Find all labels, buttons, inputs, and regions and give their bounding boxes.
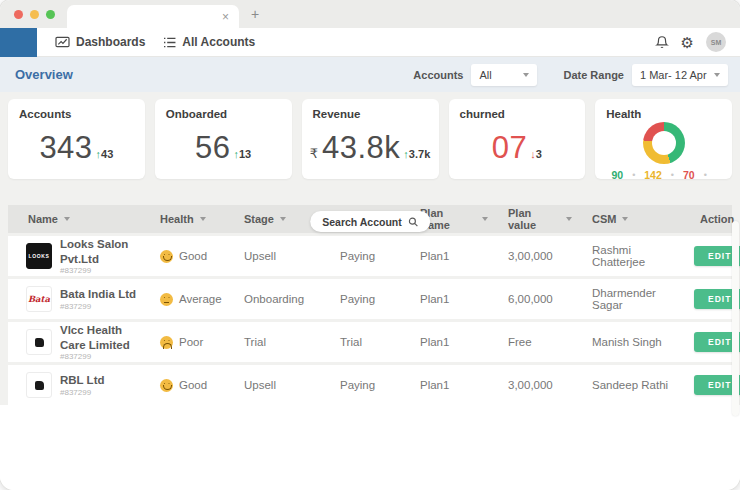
stat-card-value: 56 ↑13 (166, 130, 281, 166)
health-face-icon (160, 336, 173, 349)
chevron-down-icon (714, 73, 720, 77)
tab-close-icon[interactable]: × (222, 11, 229, 23)
stat-card: churned 07 ↓3 (449, 99, 586, 179)
column-header-label: Name (28, 213, 58, 225)
nav-item-all-accounts[interactable]: All Accounts (163, 35, 255, 49)
scrollbar-thumb[interactable] (732, 221, 739, 416)
column-header[interactable]: CSM (572, 213, 680, 225)
stat-value: 43.8k (322, 130, 400, 166)
browser-chrome: × + (0, 0, 740, 28)
health-face-icon (160, 250, 173, 263)
search-account-button[interactable]: Search Account (310, 211, 430, 232)
settings-gear-icon[interactable]: ⚙ (681, 35, 694, 50)
cell-plan-name: Plan1 (400, 250, 488, 262)
cell-csm: Sandeep Rathi (572, 379, 680, 391)
column-header[interactable]: Health (140, 213, 224, 225)
health-card-body: 90 142 70 (606, 122, 721, 181)
maximize-window-button[interactable] (46, 10, 55, 19)
column-header[interactable]: Stage (224, 213, 320, 225)
column-header[interactable]: Name (8, 213, 140, 225)
accounts-filter-select[interactable]: All (471, 64, 537, 86)
browser-window: × + Dashboards All Accounts (0, 0, 740, 490)
chevron-down-icon (523, 73, 529, 77)
stat-card-label: churned (460, 108, 575, 120)
new-tab-button[interactable]: + (251, 6, 259, 22)
top-nav: Dashboards All Accounts ⚙ SM (0, 28, 740, 57)
accounts-filter-value: All (479, 69, 491, 81)
list-icon (163, 37, 176, 48)
cell-name: RBL Ltd #837299 (8, 372, 140, 398)
company-name-block: Vlcc Health Care Limited #837299 (60, 323, 140, 361)
brand-logo[interactable] (0, 28, 37, 57)
cell-plan-value: 3,00,000 (488, 250, 572, 262)
delta-value: 3 (536, 148, 542, 160)
filter-caret-icon[interactable] (200, 217, 206, 221)
date-range-label: Date Range (563, 69, 624, 81)
cell-plan-name: Plan1 (400, 336, 488, 348)
browser-tab[interactable]: × (67, 5, 239, 28)
stat-card-value: 07 ↓3 (460, 130, 575, 166)
stat-card-value: 343 ↑43 (19, 130, 134, 166)
company-id: #837299 (60, 266, 140, 275)
health-label: Good (179, 379, 207, 391)
page-title: Overview (15, 67, 73, 82)
minimize-window-button[interactable] (30, 10, 39, 19)
date-range-select[interactable]: 1 Mar- 12 Apr (632, 64, 728, 86)
user-avatar[interactable]: SM (706, 32, 726, 52)
health-card: Health 90 142 70 (595, 99, 732, 179)
company-name: RBL Ltd (60, 373, 105, 387)
legend-value: 142 (644, 169, 662, 181)
cell-stage: Upsell (224, 379, 320, 391)
cell-status: Paying (320, 293, 400, 305)
cell-status: Paying (320, 250, 400, 262)
legend-item: 142 (644, 169, 683, 181)
filter-caret-icon[interactable] (280, 217, 286, 221)
cell-plan-name: Plan1 (400, 293, 488, 305)
table-row: Bata Bata India Ltd #837299 Average Onbo… (8, 279, 732, 319)
table-row: RBL Ltd #837299 Good Upsell Paying Plan1… (8, 365, 732, 405)
delta-value: 3.7k (409, 148, 430, 160)
company-name-block: Looks Salon Pvt.Ltd #837299 (60, 237, 140, 275)
table-row: LOOKS Looks Salon Pvt.Ltd #837299 Good U… (8, 236, 732, 276)
notifications-bell-icon[interactable] (655, 35, 669, 49)
company-logo (26, 372, 52, 398)
delta-value: 13 (239, 148, 251, 160)
cell-action: EDIT (680, 375, 740, 395)
cell-action: EDIT (680, 332, 740, 352)
nav-item-dashboards[interactable]: Dashboards (55, 35, 145, 49)
company-name-block: RBL Ltd #837299 (60, 373, 105, 396)
table-body: LOOKS Looks Salon Pvt.Ltd #837299 Good U… (8, 236, 732, 405)
close-window-button[interactable] (14, 10, 23, 19)
cell-health: Good (140, 379, 224, 392)
health-card-label: Health (606, 108, 721, 120)
bottom-spacer (0, 405, 740, 490)
column-header[interactable]: Action (680, 213, 734, 225)
company-id: #837299 (60, 302, 136, 311)
cell-plan-value: 6,00,000 (488, 293, 572, 305)
health-label: Average (179, 293, 222, 305)
stat-card: Revenue ₹ 43.8k ↑3.7k (302, 99, 439, 179)
health-label: Poor (179, 336, 203, 348)
stat-card: Onboarded 56 ↑13 (155, 99, 292, 179)
cell-plan-value: Free (488, 336, 572, 348)
filter-caret-icon[interactable] (64, 217, 70, 221)
health-legend: 90 142 70 (611, 169, 715, 181)
column-header[interactable]: Plan value (488, 207, 572, 231)
cell-plan-name: Plan1 (400, 379, 488, 391)
stat-value: 343 (39, 130, 92, 166)
company-logo: LOOKS (26, 243, 52, 269)
cell-plan-value: 3,00,000 (488, 379, 572, 391)
health-face-icon (160, 379, 173, 392)
stat-value: 56 (195, 130, 230, 166)
cell-csm: Manish Singh (572, 336, 680, 348)
health-label: Good (179, 250, 207, 262)
cell-name: Vlcc Health Care Limited #837299 (8, 323, 140, 361)
main-content: Accounts 343 ↑43 Onboarded 56 ↑13 (0, 92, 740, 405)
legend-value: 90 (611, 169, 623, 181)
cell-csm: Dharmender Sagar (572, 287, 680, 311)
dashboards-chart-icon (55, 36, 70, 49)
stat-card-value: ₹ 43.8k ↑3.7k (313, 130, 428, 166)
legend-value: 70 (683, 169, 695, 181)
nav-item-label: Dashboards (76, 35, 145, 49)
filter-caret-icon[interactable] (622, 217, 628, 221)
